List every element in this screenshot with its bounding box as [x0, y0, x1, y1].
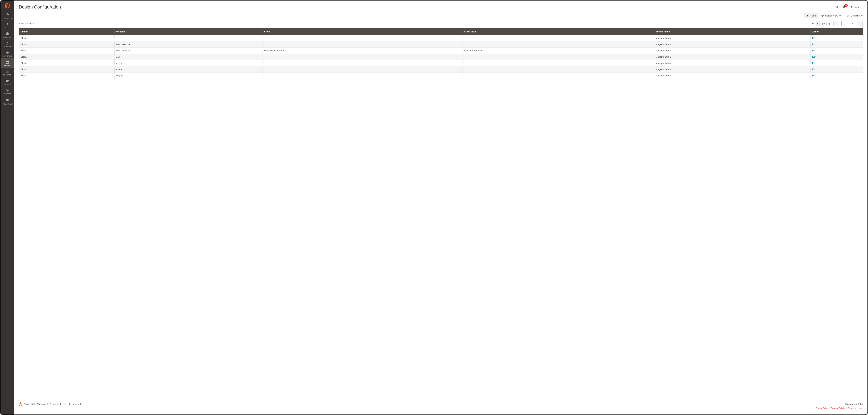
sidebar-item-system[interactable]: SYSTEM — [1, 87, 14, 96]
cell-store — [262, 60, 462, 66]
page-size-dropdown-button[interactable] — [816, 21, 820, 26]
cell-default: Global — [19, 60, 115, 66]
chevron-down-icon — [861, 15, 863, 17]
cell-default: Global — [19, 66, 115, 72]
svg-point-14 — [848, 15, 848, 16]
cell-store — [262, 66, 462, 72]
gear-icon — [5, 89, 9, 92]
puzzle-icon — [5, 98, 9, 102]
prev-page-button[interactable] — [833, 21, 839, 26]
sidebar-item-content[interactable]: CONTENT — [1, 58, 14, 68]
pager-group: per page of 1 — [809, 21, 863, 26]
sidebar-item-reports[interactable]: REPORTS — [1, 68, 14, 77]
page-footer: Copyright © 2024 Magento Commerce Inc. A… — [14, 399, 867, 414]
col-header-default[interactable]: Default — [19, 28, 115, 35]
col-header-website[interactable]: Website — [115, 28, 262, 35]
chevron-left-icon — [835, 23, 837, 24]
columns-dropdown[interactable]: Columns — [847, 14, 863, 17]
magento-logo[interactable] — [1, 1, 14, 11]
table-row: GlobalMain WebsiteMagento LumaEdit — [19, 41, 863, 47]
cell-website: Majento — [115, 72, 262, 79]
report-issue-link[interactable]: Report an Issue — [848, 407, 863, 410]
sidebar-item-partners[interactable]: FIND PARTNERS & EXTENSIONS — [1, 96, 14, 107]
design-config-table: Default Website Store Store View Theme N… — [19, 28, 863, 79]
edit-link[interactable]: Edit — [812, 49, 816, 52]
cell-default: Global — [19, 72, 115, 79]
cell-action: Edit — [810, 35, 863, 41]
sidebar-item-stores[interactable]: STORES — [1, 77, 14, 87]
chevron-down-icon — [861, 6, 863, 8]
notifications-button[interactable]: 39 — [842, 5, 846, 9]
filters-button[interactable]: Filters — [804, 13, 818, 18]
sidebar-item-dashboard[interactable]: DASHBOARD — [1, 11, 14, 21]
of-pages-text: of 1 — [851, 22, 855, 25]
nav-label: CONTENT — [1, 65, 13, 66]
nav-label: CATALOG — [1, 36, 13, 38]
cell-store-view — [462, 41, 654, 47]
cell-website: Main Website — [115, 41, 262, 47]
col-header-store-view[interactable]: Store View — [462, 28, 654, 35]
col-header-store[interactable]: Store — [262, 28, 462, 35]
chevron-down-icon — [839, 15, 841, 17]
cell-theme-name: Magento Luma — [654, 35, 810, 41]
cell-theme-name: Magento Luma — [654, 72, 810, 79]
edit-link[interactable]: Edit — [812, 37, 816, 39]
user-icon — [850, 5, 853, 9]
sidebar-item-customers[interactable]: CUSTOMERS — [1, 39, 14, 49]
sidebar-item-catalog[interactable]: CATALOG — [1, 30, 14, 39]
layout-icon — [5, 60, 9, 64]
cell-theme-name: Magento Luma — [654, 66, 810, 72]
cell-website — [115, 35, 262, 41]
search-icon — [835, 5, 839, 9]
person-icon — [5, 41, 9, 45]
cell-website: rivera — [115, 60, 262, 66]
default-view-dropdown[interactable]: Default View — [821, 14, 841, 18]
chevron-right-icon — [859, 23, 861, 24]
next-page-button[interactable] — [857, 21, 863, 26]
footer-brand: Magento — [845, 403, 854, 406]
cell-website: Main Website — [115, 47, 262, 54]
search-button[interactable] — [835, 5, 839, 9]
col-header-action: Action — [810, 28, 863, 35]
edit-link[interactable]: Edit — [812, 43, 816, 45]
admin-account-dropdown[interactable]: admin — [850, 5, 863, 9]
nav-label: STORES — [1, 84, 13, 85]
funnel-icon — [806, 14, 809, 17]
sidebar-item-sales[interactable]: $ SALES — [1, 21, 14, 30]
privacy-policy-link[interactable]: Privacy Policy — [815, 407, 829, 410]
page-size-input[interactable] — [809, 21, 816, 26]
magento-logo-icon — [19, 402, 22, 406]
col-header-theme[interactable]: Theme Name — [654, 28, 810, 35]
dollar-icon: $ — [5, 22, 9, 26]
cell-website: 117 — [115, 54, 262, 60]
nav-label: MARKETING — [1, 55, 13, 57]
account-activity-link[interactable]: Account Activity — [831, 407, 845, 410]
cell-store-view — [462, 60, 654, 66]
edit-link[interactable]: Edit — [812, 74, 816, 77]
edit-link[interactable]: Edit — [812, 68, 816, 71]
admin-username: admin — [854, 6, 860, 8]
magento-logo-icon — [5, 3, 10, 8]
default-view-label: Default View — [825, 14, 838, 17]
svg-point-8 — [7, 90, 8, 91]
cell-store-view — [462, 54, 654, 60]
page-header: Design Configuration 39 admin — [14, 1, 867, 11]
grid-toolbar: Filters Default View Columns — [14, 11, 867, 19]
edit-link[interactable]: Edit — [812, 62, 816, 64]
table-row: GlobalMagento LumaEdit — [19, 35, 863, 41]
svg-text:$: $ — [6, 23, 8, 26]
edit-link[interactable]: Edit — [812, 56, 816, 58]
footer-version: ver. 2.4.0 — [854, 403, 863, 406]
cell-action: Edit — [810, 60, 863, 66]
page-title: Design Configuration — [19, 4, 61, 10]
svg-line-10 — [837, 7, 838, 8]
nav-label: SALES — [1, 27, 13, 29]
table-row: GlobalMain WebsiteMain Website StoreDefa… — [19, 47, 863, 54]
cell-theme-name: Magento Luma — [654, 54, 810, 60]
cell-default: Global — [19, 47, 115, 54]
cell-action: Edit — [810, 66, 863, 72]
main-content: Design Configuration 39 admin Fil — [14, 1, 867, 414]
sidebar-item-marketing[interactable]: MARKETING — [1, 49, 14, 58]
cell-store — [262, 41, 462, 47]
current-page-input[interactable] — [841, 21, 848, 26]
